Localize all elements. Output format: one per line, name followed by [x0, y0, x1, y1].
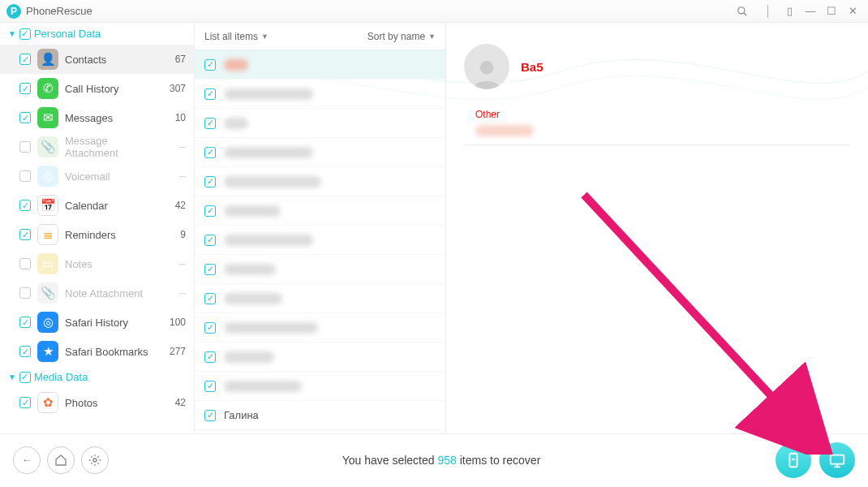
recover-to-computer-button[interactable]	[819, 442, 855, 478]
category-label: Reminders	[65, 229, 157, 241]
close-button[interactable]: ✕	[844, 2, 862, 20]
item-checkbox[interactable]	[204, 381, 216, 392]
item-checkbox[interactable]	[204, 176, 216, 187]
item-checkbox[interactable]	[204, 205, 216, 217]
category-row[interactable]: ✆Call History307	[0, 74, 194, 103]
category-row[interactable]: ◎Voicemail--	[0, 162, 194, 191]
category-checkbox[interactable]	[19, 200, 31, 211]
category-checkbox[interactable]	[19, 229, 31, 240]
category-row[interactable]: ★Safari Bookmarks277	[0, 337, 194, 366]
list-item[interactable]: Галина	[195, 401, 445, 430]
category-row[interactable]: ✉Messages10	[0, 103, 194, 132]
category-count: 100	[163, 317, 186, 328]
list-item[interactable]	[195, 372, 445, 401]
item-checkbox[interactable]	[204, 147, 216, 158]
recover-to-device-button[interactable]	[776, 442, 811, 478]
item-label-redacted	[224, 351, 274, 363]
item-label-redacted	[224, 88, 313, 100]
settings-button[interactable]	[81, 446, 109, 474]
category-icon: ★	[37, 341, 58, 362]
app-title: PhoneRescue	[26, 5, 92, 17]
svg-rect-6	[831, 455, 844, 463]
item-checkbox[interactable]	[204, 59, 216, 71]
home-button[interactable]	[47, 446, 75, 474]
list-item[interactable]	[195, 284, 445, 313]
item-checkbox[interactable]	[204, 88, 216, 100]
category-checkbox[interactable]	[19, 83, 31, 94]
list-item[interactable]	[195, 50, 445, 80]
item-label: Галина	[224, 409, 259, 421]
category-label: Notes	[65, 258, 157, 270]
category-count: 67	[163, 54, 186, 65]
category-count: --	[163, 258, 186, 269]
category-checkbox[interactable]	[19, 170, 31, 182]
category-label: Call History	[65, 83, 157, 95]
category-row[interactable]: 📎Message Attachment--	[0, 132, 194, 162]
list-item[interactable]	[195, 255, 445, 284]
category-label: Voicemail	[65, 170, 157, 183]
category-icon: ◎	[37, 166, 58, 187]
list-item[interactable]	[195, 343, 445, 372]
category-count: 9	[163, 229, 186, 240]
item-label-redacted	[224, 205, 281, 217]
svg-point-4	[93, 459, 97, 462]
category-label: Note Attachment	[65, 287, 157, 300]
category-checkbox[interactable]	[19, 54, 31, 65]
category-row[interactable]: 📎Note Attachment--	[0, 278, 194, 308]
category-checkbox[interactable]	[19, 112, 31, 123]
category-row[interactable]: ≣Reminders9	[0, 220, 194, 249]
category-icon: ✉	[37, 107, 58, 128]
group-checkbox[interactable]	[19, 372, 31, 383]
category-row[interactable]: 👤Contacts67	[0, 45, 194, 74]
filter-dropdown[interactable]: List all items▼	[204, 31, 269, 42]
sort-dropdown[interactable]: Sort by name▼	[367, 31, 436, 42]
category-row[interactable]: ◎Safari History100	[0, 308, 194, 337]
group-personal-data[interactable]: ▼ Personal Data	[0, 23, 194, 45]
group-media-data[interactable]: ▼ Media Data	[0, 366, 194, 388]
category-icon: 👤	[37, 49, 58, 70]
category-checkbox[interactable]	[19, 397, 31, 408]
field-label: Other	[475, 109, 850, 120]
category-row[interactable]: ▭Notes--	[0, 249, 194, 278]
group-label: Media Data	[34, 371, 88, 383]
item-checkbox[interactable]	[204, 235, 216, 246]
item-label-redacted	[224, 235, 313, 246]
category-checkbox[interactable]	[19, 141, 31, 153]
category-checkbox[interactable]	[19, 258, 31, 269]
item-checkbox[interactable]	[204, 322, 216, 334]
item-checkbox[interactable]	[204, 118, 216, 129]
group-checkbox[interactable]	[19, 28, 31, 40]
item-checkbox[interactable]	[204, 293, 216, 304]
maximize-button[interactable]: ☐	[823, 2, 840, 20]
item-checkbox[interactable]	[204, 410, 216, 421]
category-icon: 📎	[37, 136, 58, 157]
item-label-redacted	[224, 147, 313, 158]
category-checkbox[interactable]	[19, 287, 31, 299]
svg-point-2	[480, 61, 494, 75]
category-checkbox[interactable]	[19, 346, 31, 357]
item-checkbox[interactable]	[204, 351, 216, 363]
item-label-redacted	[224, 264, 276, 275]
list-item[interactable]	[195, 167, 445, 196]
item-list-pane: List all items▼ Sort by name▼ Галина	[195, 23, 446, 433]
category-row[interactable]: ✿Photos42	[0, 388, 194, 417]
category-row[interactable]: 📅Calendar42	[0, 191, 194, 220]
pane-toggle-icon[interactable]: ▯	[780, 2, 798, 20]
item-label-redacted	[224, 59, 248, 71]
category-icon: ▭	[37, 253, 58, 274]
item-checkbox[interactable]	[204, 264, 216, 275]
category-checkbox[interactable]	[19, 317, 31, 328]
list-item[interactable]	[195, 313, 445, 343]
avatar	[464, 44, 509, 89]
list-item[interactable]	[195, 80, 445, 109]
category-count: 42	[163, 397, 186, 408]
list-item[interactable]	[195, 109, 445, 138]
item-label-redacted	[224, 322, 318, 334]
list-item[interactable]	[195, 196, 445, 226]
category-label: Message Attachment	[65, 135, 157, 159]
search-icon[interactable]	[733, 2, 751, 20]
list-item[interactable]	[195, 138, 445, 167]
back-button[interactable]: ←	[13, 446, 41, 474]
list-item[interactable]	[195, 226, 445, 255]
minimize-button[interactable]: —	[801, 2, 819, 20]
